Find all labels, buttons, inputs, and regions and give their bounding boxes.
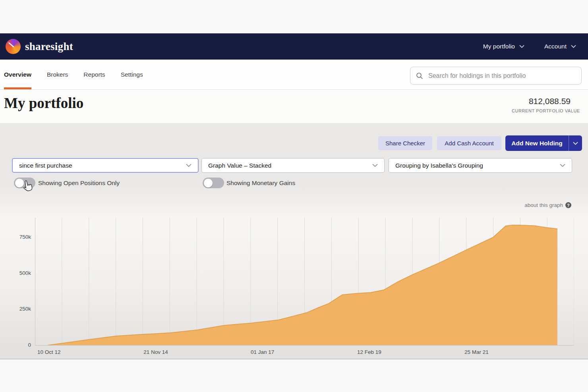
x-axis-tick: 01 Jan 17	[251, 349, 274, 355]
page-title: My portfolio	[4, 95, 83, 112]
add-new-holding-button-group: Add New Holding	[505, 135, 582, 151]
account-menu-label: Account	[544, 43, 567, 50]
chevron-down-icon	[571, 45, 576, 48]
graph-type-select-value: Graph Value – Stacked	[208, 162, 271, 169]
chevron-down-icon	[573, 142, 578, 145]
add-new-holding-dropdown-toggle[interactable]	[569, 135, 582, 151]
y-axis-tick: 750k	[7, 234, 31, 240]
tab-reports[interactable]: Reports	[83, 60, 105, 89]
current-portfolio-value-label: CURRENT PORTFOLIO VALUE	[512, 108, 580, 113]
search-icon	[416, 72, 423, 79]
x-axis-tick: 25 Mar 21	[464, 349, 489, 355]
tab-brokers[interactable]: Brokers	[47, 60, 68, 89]
chevron-down-icon	[372, 164, 378, 167]
portfolio-area-chart	[35, 218, 574, 346]
grouping-select-value: Grouping by Isabella's Grouping	[395, 162, 483, 169]
current-portfolio-value: 812,088.59	[512, 97, 580, 106]
navbar-menus: My portfolio Account	[483, 43, 576, 50]
share-checker-button[interactable]: Share Checker	[378, 136, 432, 150]
tab-settings[interactable]: Settings	[121, 60, 143, 89]
monetary-gains-toggle[interactable]	[203, 178, 224, 188]
toggle-knob	[204, 179, 213, 187]
holdings-search[interactable]	[410, 67, 582, 85]
monetary-gains-toggle-label: Showing Monetary Gains	[226, 180, 295, 187]
about-this-graph-label: about this graph	[524, 202, 563, 208]
about-this-graph-link[interactable]: about this graph ?	[524, 202, 571, 208]
open-positions-toggle-label: Showing Open Positions Only	[38, 180, 120, 187]
account-menu[interactable]: Account	[544, 43, 576, 50]
sharesight-logo-icon	[6, 39, 21, 54]
grouping-select[interactable]: Grouping by Isabella's Grouping	[389, 158, 572, 173]
y-axis-tick: 500k	[7, 270, 31, 276]
tab-bar: Overview Brokers Reports Settings	[0, 60, 588, 90]
x-axis-tick: 21 Nov 14	[143, 349, 168, 355]
chevron-down-icon	[186, 164, 191, 167]
period-select[interactable]: since first purchase	[12, 158, 199, 173]
add-new-holding-button[interactable]: Add New Holding	[505, 135, 569, 151]
title-row: My portfolio 812,088.59 CURRENT PORTFOLI…	[0, 90, 588, 123]
mouse-cursor-hand-icon	[23, 180, 33, 193]
tab-overview[interactable]: Overview	[4, 60, 31, 89]
search-input[interactable]	[427, 72, 576, 80]
period-select-value: since first purchase	[19, 162, 72, 169]
chevron-down-icon	[560, 164, 565, 167]
x-axis-tick: 10 Oct 12	[37, 349, 61, 355]
x-axis-tick: 12 Feb 19	[357, 349, 381, 355]
top-navbar: sharesight My portfolio Account	[0, 33, 588, 60]
brand-wordmark: sharesight	[25, 41, 73, 53]
bottom-divider	[0, 359, 588, 359]
y-axis-tick: 0	[7, 342, 31, 348]
portfolio-menu[interactable]: My portfolio	[483, 43, 524, 50]
portfolio-menu-label: My portfolio	[483, 43, 515, 50]
content-panel: Share Checker Add Cash Account Add New H…	[0, 123, 588, 359]
graph-type-select[interactable]: Graph Value – Stacked	[201, 158, 385, 173]
chevron-down-icon	[519, 45, 524, 48]
y-axis-tick: 250k	[7, 306, 31, 312]
add-cash-account-button[interactable]: Add Cash Account	[437, 136, 501, 150]
portfolio-value-block: 812,088.59 CURRENT PORTFOLIO VALUE	[512, 97, 580, 113]
question-mark-icon: ?	[565, 202, 571, 208]
